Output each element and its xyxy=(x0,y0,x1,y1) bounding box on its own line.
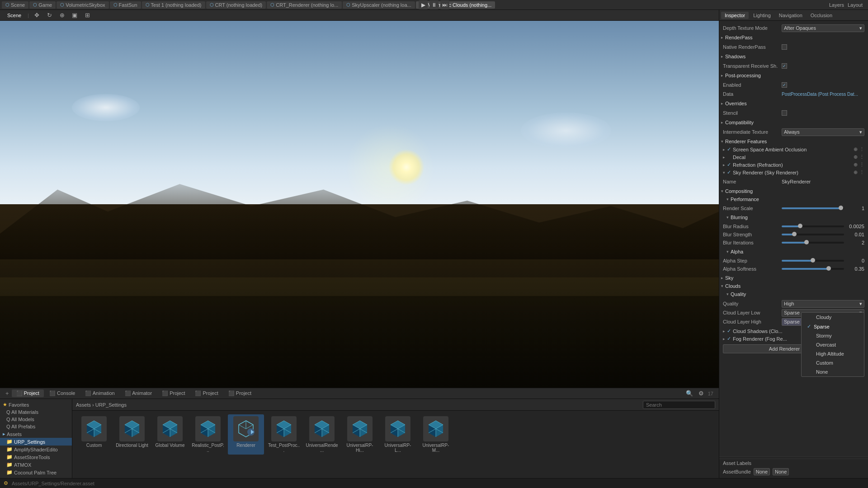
postprocessing-header[interactable]: ▸ Post-processing xyxy=(719,71,868,80)
tree-all-models[interactable]: Q All Models xyxy=(0,416,72,423)
alpha-step-slider[interactable] xyxy=(782,260,844,262)
renderer-features-header[interactable]: ▾ Renderer Features xyxy=(719,137,868,145)
feature-sky-renderer-more[interactable]: ⋮ xyxy=(859,169,864,175)
tab-crt-renderer[interactable]: ⬡ CRT_Renderer (nothing lo... xyxy=(267,1,342,9)
tab-navigation[interactable]: Navigation xyxy=(775,12,806,19)
tree-urp-settings[interactable]: 📁 URP_Settings xyxy=(0,438,72,446)
tab-volumetric-skybox[interactable]: ⬡ VolumetricSkybox xyxy=(57,1,108,9)
feature-refraction-menu[interactable]: ⊕ xyxy=(854,162,858,168)
assetbundle-dropdown2[interactable]: None xyxy=(773,468,789,475)
tab-scene[interactable]: ⬡ Scene xyxy=(2,1,28,9)
viewport[interactable] xyxy=(0,21,719,388)
bottom-tab-project4[interactable]: ⬛ Project xyxy=(224,389,256,397)
asset-item-global-volume[interactable]: Global Volume xyxy=(152,414,188,455)
tab-crt[interactable]: ⬡ CRT (nothing loaded) xyxy=(206,1,266,9)
blur-radius-slider[interactable] xyxy=(782,225,844,227)
tool-transform[interactable]: ⊞ xyxy=(82,11,92,20)
bottom-settings-icon[interactable]: ⚙ xyxy=(696,389,706,398)
dropdown-sparse[interactable]: ✓ Sparse xyxy=(802,322,864,331)
stencil-checkbox[interactable] xyxy=(782,110,787,116)
tab-test1[interactable]: ⬡ Test 1 (nothing loaded) xyxy=(142,1,205,9)
tree-favorites[interactable]: ★ Favorites xyxy=(0,401,72,408)
blur-strength-slider[interactable] xyxy=(782,234,844,235)
feature-sky-renderer-menu[interactable]: ⊕ xyxy=(854,169,858,175)
depth-texture-dropdown[interactable]: After Opaques ▾ xyxy=(782,24,864,32)
bottom-tab-project3[interactable]: ⬛ Project xyxy=(190,389,222,397)
bottom-tab-project[interactable]: ⬛ Project xyxy=(12,389,44,397)
tab-occlusion[interactable]: Occlusion xyxy=(807,12,836,19)
feature-ssao-menu[interactable]: ⊕ xyxy=(854,146,858,152)
compositing-header[interactable]: ▾ Compositing xyxy=(719,187,868,195)
dropdown-cloudy[interactable]: Cloudy xyxy=(802,313,864,322)
play-button[interactable]: ▶ xyxy=(419,0,428,9)
dropdown-none[interactable]: None xyxy=(802,367,864,376)
shadows-header[interactable]: ▸ Shadows xyxy=(719,52,868,61)
tool-scale[interactable]: ⊕ xyxy=(57,11,67,20)
bottom-tab-animator[interactable]: ⬛ Animator xyxy=(120,389,156,397)
overrides-header[interactable]: ▸ Overrides xyxy=(719,99,868,108)
compatibility-header[interactable]: ▸ Compatibility xyxy=(719,118,868,127)
tree-assets[interactable]: ▸ Assets xyxy=(0,430,72,438)
pause-button[interactable]: ⏸ xyxy=(429,0,439,9)
tree-coconut[interactable]: 📁 Coconut Palm Tree xyxy=(0,469,72,476)
alpha-softness-slider[interactable] xyxy=(782,268,844,270)
alpha-header[interactable]: ▾ Alpha xyxy=(719,248,868,256)
blurring-header[interactable]: ▾ Blurring xyxy=(719,213,868,221)
feature-sky-renderer[interactable]: ▾ ✓ Sky Renderer (Sky Renderer) ⊕ ⋮ xyxy=(719,169,868,176)
asset-item-directional-light[interactable]: Directional Light xyxy=(114,414,150,455)
transparent-shadows-checkbox[interactable]: ✓ xyxy=(782,63,787,69)
quality-dropdown[interactable]: High ▾ xyxy=(782,300,864,308)
asset-search-input[interactable] xyxy=(643,401,715,409)
feature-refraction-more[interactable]: ⋮ xyxy=(859,162,864,168)
dropdown-stormy[interactable]: Stormy xyxy=(802,331,864,340)
tree-amplify[interactable]: 📁 AmplifyShaderEdito xyxy=(0,446,72,453)
bottom-search-icon[interactable]: 🔍 xyxy=(684,389,694,398)
render-scale-slider[interactable] xyxy=(782,207,844,209)
pp-data-value[interactable]: PostProcessData (Post Process Dat... xyxy=(782,92,864,97)
tree-all-prefabs[interactable]: Q All Prefabs xyxy=(0,423,72,430)
tool-move[interactable]: ✥ xyxy=(32,11,42,20)
tree-all-materials[interactable]: Q All Materials xyxy=(0,408,72,416)
tree-asset-store[interactable]: 📁 AssetStoreTools xyxy=(0,453,72,461)
tab-inspector[interactable]: Inspector xyxy=(721,12,749,19)
layers-btn[interactable]: Layers xyxy=(829,2,844,8)
blur-iterations-slider[interactable] xyxy=(782,242,844,244)
pp-enabled-checkbox[interactable]: ✓ xyxy=(782,82,787,88)
feature-refraction[interactable]: ▸ ✓ Refraction (Refraction) ⊕ ⋮ xyxy=(719,161,868,169)
bottom-add-btn[interactable]: + xyxy=(4,390,11,397)
tab-lighting[interactable]: Lighting xyxy=(750,12,774,19)
tab-skyupscaler[interactable]: ⬡ SkyUpscaler (nothing loa... xyxy=(343,1,415,9)
tree-atmox[interactable]: 📁 ATMOX xyxy=(0,461,72,469)
sky-header[interactable]: ▸ Sky xyxy=(719,274,868,282)
performance-header[interactable]: ▾ Performance xyxy=(719,195,868,203)
scene-view-tab[interactable]: Scene xyxy=(4,12,25,19)
tool-rect[interactable]: ▣ xyxy=(70,11,80,20)
quality-header[interactable]: ▾ Quality xyxy=(719,290,868,298)
clouds-header[interactable]: ▾ Clouds xyxy=(719,282,868,290)
bottom-tab-project2[interactable]: ⬛ Project xyxy=(157,389,189,397)
feature-decal-menu[interactable]: ⊕ xyxy=(854,154,858,160)
dropdown-overcast[interactable]: Overcast xyxy=(802,340,864,349)
asset-item-realistic-postp---[interactable]: Realistic_PostP... xyxy=(190,414,226,455)
tool-rotate[interactable]: ↻ xyxy=(44,11,54,20)
asset-item-universalrende---[interactable]: UniversalRende... xyxy=(304,414,340,455)
feature-decal[interactable]: ▸ ✓ Decal ⊕ ⋮ xyxy=(719,153,868,161)
asset-item-universalrp-l---[interactable]: UniversalRP-L... xyxy=(380,414,416,455)
assetbundle-dropdown1[interactable]: None xyxy=(754,468,770,475)
tab-fastsun[interactable]: ⬡ FastSun xyxy=(110,1,141,9)
asset-item-test-postproc---[interactable]: Test_PostProc... xyxy=(266,414,302,455)
dropdown-custom[interactable]: Custom xyxy=(802,358,864,367)
bottom-tab-animation[interactable]: ⬛ Animation xyxy=(80,389,119,397)
layout-btn[interactable]: Layout xyxy=(848,2,863,8)
intermediate-texture-dropdown[interactable]: Always ▾ xyxy=(782,128,864,136)
native-renderpass-checkbox[interactable] xyxy=(782,44,787,50)
feature-ssao[interactable]: ▸ ✓ Screen Space Ambient Occlusion ⊕ ⋮ xyxy=(719,145,868,153)
tab-game[interactable]: ⬡ Game xyxy=(29,1,56,9)
step-button[interactable]: ⏭ xyxy=(440,0,449,9)
feature-ssao-more[interactable]: ⋮ xyxy=(859,146,864,152)
asset-item-universalrp-m---[interactable]: UniversalRP-M... xyxy=(418,414,454,455)
asset-item-renderer[interactable]: Renderer xyxy=(228,414,264,455)
bottom-tab-console[interactable]: ⬛ Console xyxy=(45,389,80,397)
renderpass-header[interactable]: ▸ RenderPass xyxy=(719,33,868,42)
feature-decal-more[interactable]: ⋮ xyxy=(859,154,864,160)
